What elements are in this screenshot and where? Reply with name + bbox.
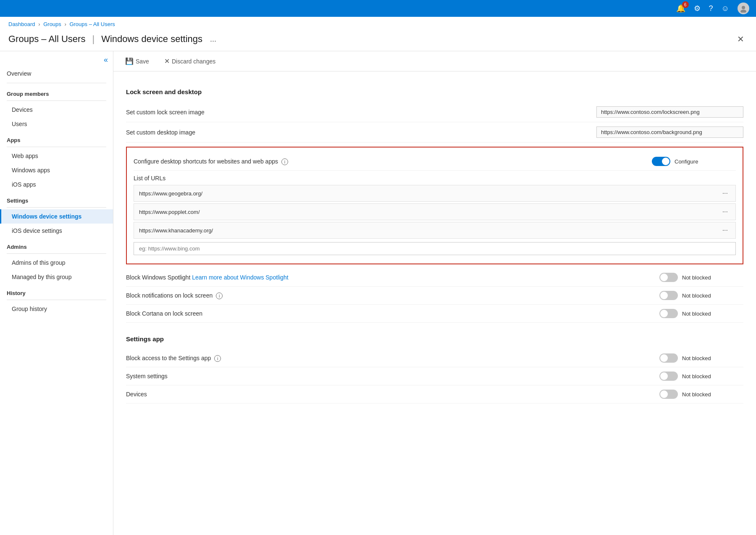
setting-row-cortana-lock-screen: Block Cortana on lock screen Not blocked (126, 305, 743, 323)
sidebar-item-web-apps[interactable]: Web apps (0, 149, 113, 163)
close-button[interactable]: ✕ (734, 32, 748, 46)
svg-point-0 (742, 6, 745, 9)
divider-overview (7, 83, 106, 83)
sidebar-item-overview[interactable]: Overview (0, 66, 113, 81)
toolbar: 💾 Save ✕ Discard changes (113, 51, 756, 71)
sidebar-item-ios-device-settings[interactable]: iOS device settings (0, 224, 113, 238)
divider-settings (7, 207, 106, 208)
form-content: Lock screen and desktop Set custom lock … (113, 71, 756, 412)
save-icon: 💾 (125, 57, 134, 65)
devices-settings-toggle-label: Not blocked (682, 391, 711, 398)
block-settings-app-toggle[interactable] (659, 353, 678, 363)
topbar: 🔔 6 ⚙ ? ☺ (0, 0, 756, 17)
title-separator: | (92, 34, 94, 45)
page-header: Groups – All Users | Windows device sett… (0, 29, 756, 51)
url-text-khanacademy: https://www.khanacademy.org/ (139, 227, 213, 234)
notifications-lock-screen-control: Not blocked (659, 291, 743, 300)
system-settings-label: System settings (126, 373, 659, 380)
breadcrumb-sep1: › (38, 21, 42, 27)
save-button[interactable]: 💾 Save (122, 55, 152, 67)
sidebar-item-devices[interactable]: Devices (0, 103, 113, 117)
discard-icon: ✕ (164, 57, 170, 65)
windows-spotlight-control: Not blocked (659, 273, 743, 282)
url-list-container: List of URLs https://www.geogebra.org/ ·… (134, 171, 736, 255)
sidebar-section-group-members: Group members (0, 85, 113, 99)
setting-row-notifications-lock-screen: Block notifications on lock screen i Not… (126, 287, 743, 305)
devices-settings-toggle[interactable] (659, 390, 678, 399)
breadcrumb: Dashboard › Groups › Groups – All Users (0, 17, 756, 29)
breadcrumb-current[interactable]: Groups – All Users (69, 21, 115, 27)
page-title-group: Groups – All Users (8, 34, 85, 45)
cortana-lock-screen-toggle-label: Not blocked (682, 311, 711, 317)
url-more-geogebra[interactable]: ··· (720, 189, 730, 198)
divider-history (7, 300, 106, 300)
windows-spotlight-link[interactable]: Learn more about Windows Spotlight (192, 274, 289, 281)
sidebar-item-managed-by-group[interactable]: Managed by this group (0, 270, 113, 284)
discard-button[interactable]: ✕ Discard changes (161, 55, 219, 67)
ellipsis-button[interactable]: ... (207, 34, 219, 45)
avatar[interactable] (738, 3, 749, 14)
configure-shortcuts-toggle[interactable] (652, 157, 670, 166)
desktop-image-label: Set custom desktop image (126, 129, 596, 136)
setting-row-configure-shortcuts: Configure desktop shortcuts for websites… (134, 153, 736, 171)
breadcrumb-dashboard[interactable]: Dashboard (8, 21, 35, 27)
windows-spotlight-toggle[interactable] (659, 273, 678, 282)
url-more-popplet[interactable]: ··· (720, 207, 730, 216)
setting-row-block-settings-app: Block access to the Settings app i Not b… (126, 349, 743, 367)
lock-screen-image-control (596, 106, 743, 118)
url-text-popplet: https://www.popplet.com/ (139, 209, 200, 215)
save-label: Save (136, 58, 149, 65)
bell-icon[interactable]: 🔔 6 (676, 4, 685, 13)
url-more-khanacademy[interactable]: ··· (720, 226, 730, 235)
notifications-lock-screen-toggle-label: Not blocked (682, 293, 711, 299)
url-text-geogebra: https://www.geogebra.org/ (139, 190, 202, 197)
setting-row-devices-settings: Devices Not blocked (126, 385, 743, 403)
cortana-lock-screen-toggle[interactable] (659, 309, 678, 318)
notifications-lock-screen-info-icon[interactable]: i (216, 293, 223, 299)
sidebar-item-users[interactable]: Users (0, 117, 113, 131)
sidebar-item-admins-of-group[interactable]: Admins of this group (0, 256, 113, 270)
breadcrumb-groups[interactable]: Groups (43, 21, 61, 27)
svg-point-1 (740, 10, 746, 13)
sidebar-section-admins: Admins (0, 238, 113, 252)
windows-spotlight-toggle-label: Not blocked (682, 274, 711, 281)
sidebar: « Overview Group members Devices Users A… (0, 51, 113, 535)
windows-spotlight-label: Block Windows Spotlight Learn more about… (126, 274, 659, 281)
notifications-lock-screen-label: Block notifications on lock screen i (126, 292, 659, 299)
system-settings-toggle-label: Not blocked (682, 373, 711, 380)
main-layout: « Overview Group members Devices Users A… (0, 51, 756, 535)
question-icon[interactable]: ? (709, 4, 713, 13)
notifications-lock-screen-toggle[interactable] (659, 291, 678, 300)
sidebar-item-group-history[interactable]: Group history (0, 302, 113, 316)
gear-icon[interactable]: ⚙ (694, 4, 701, 13)
url-add-input[interactable] (134, 242, 736, 255)
collapse-icon[interactable]: « (104, 55, 108, 64)
block-settings-app-toggle-label: Not blocked (682, 355, 711, 361)
system-settings-toggle[interactable] (659, 372, 678, 381)
block-settings-app-control: Not blocked (659, 353, 743, 363)
breadcrumb-sep2: › (64, 21, 68, 27)
block-settings-app-info-icon[interactable]: i (214, 355, 221, 362)
sidebar-section-apps: Apps (0, 131, 113, 145)
system-settings-control: Not blocked (659, 372, 743, 381)
sidebar-item-windows-apps[interactable]: Windows apps (0, 163, 113, 177)
desktop-image-input[interactable] (596, 127, 743, 138)
sidebar-item-ios-apps[interactable]: iOS apps (0, 177, 113, 192)
lock-screen-image-input[interactable] (596, 106, 743, 118)
configure-shortcuts-toggle-label: Configure (675, 158, 698, 165)
collapse-button-container: « (0, 51, 113, 66)
configure-shortcuts-info-icon[interactable]: i (281, 158, 288, 165)
url-row-khanacademy: https://www.khanacademy.org/ ··· (134, 222, 736, 239)
page-title-section: Windows device settings (101, 34, 202, 45)
setting-row-lock-screen-image: Set custom lock screen image (126, 102, 743, 122)
sidebar-item-windows-device-settings[interactable]: Windows device settings (0, 209, 113, 224)
page-title-container: Groups – All Users | Windows device sett… (8, 34, 219, 45)
sidebar-section-history: History (0, 284, 113, 298)
smiley-icon[interactable]: ☺ (722, 4, 729, 13)
content-area: 💾 Save ✕ Discard changes Lock screen and… (113, 51, 756, 535)
divider-group-members (7, 100, 106, 101)
url-row-geogebra: https://www.geogebra.org/ ··· (134, 185, 736, 202)
devices-settings-label: Devices (126, 391, 659, 398)
cortana-lock-screen-label: Block Cortana on lock screen (126, 310, 659, 317)
block-settings-app-label: Block access to the Settings app i (126, 355, 659, 362)
